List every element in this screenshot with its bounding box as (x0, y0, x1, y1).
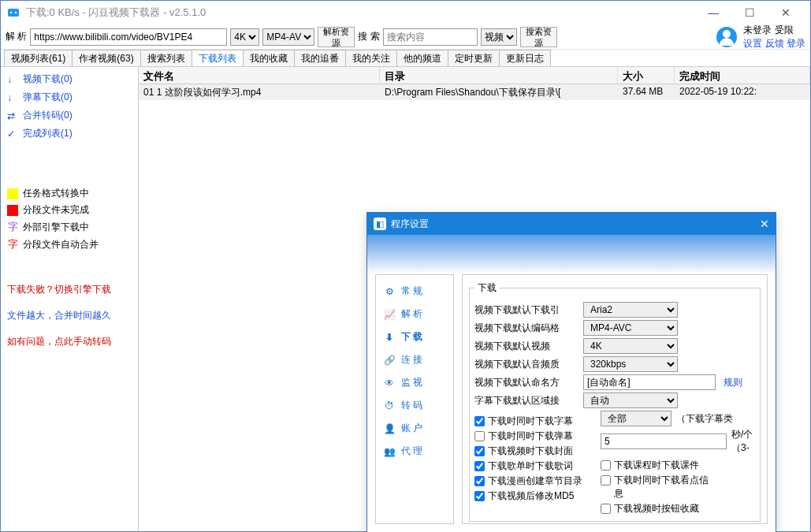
nav-label: 连 接 (401, 353, 422, 366)
checkbox-label: 下载时同时下载字幕 (488, 415, 573, 428)
form-row-1: 视频下载默认编码格MP4-AVC (474, 320, 755, 336)
nav-icon: 👥 (384, 446, 395, 457)
settings-nav-0[interactable]: ⚙常 规 (376, 280, 453, 303)
table-row[interactable]: 01 1 这阶段该如何学习.mp4 D:\Program Files\Shand… (139, 84, 810, 100)
checkbox[interactable] (474, 491, 485, 501)
dialog-titlebar: ◧ 程序设置 ✕ (367, 213, 776, 235)
tab-2[interactable]: 搜索列表 (140, 50, 192, 66)
sidebar-item-2[interactable]: ⇄合并转码(0) (1, 106, 138, 125)
sidebar-item-label: 合并转码(0) (23, 109, 73, 122)
form-select-0[interactable]: Aria2 (583, 302, 678, 318)
sidebar-item-1[interactable]: ↓弹幕下载(0) (1, 88, 138, 106)
maximize-button[interactable]: ☐ (731, 1, 768, 24)
rule-link[interactable]: 规则 (724, 376, 742, 389)
parse-button[interactable]: 解析资 源 (318, 27, 355, 47)
search-button[interactable]: 搜索资 源 (520, 27, 557, 47)
user-links[interactable]: 设置 反馈 登录 (743, 37, 805, 50)
settings-nav-4[interactable]: 👁监 视 (376, 371, 453, 394)
sidebar-item-label: 弹幕下载(0) (23, 91, 73, 104)
checkbox-label: 下载视频后修改MD5 (488, 489, 574, 503)
checkbox-row: 下载时同时下载看点信息 (601, 473, 711, 501)
col-dir[interactable]: 目录 (380, 67, 618, 84)
dialog-close-icon[interactable]: ✕ (760, 218, 769, 230)
subtitle-hint: （下载字幕类 (676, 412, 733, 426)
form-row-5: 字幕下载默认区域接自动 (474, 392, 755, 408)
settings-nav-7[interactable]: 👥代 理 (376, 440, 453, 463)
nav-icon: ⚙ (384, 286, 395, 297)
checkbox-label: 下载课程时下载课件 (614, 459, 699, 472)
nav-label: 监 视 (401, 376, 422, 389)
tab-7[interactable]: 他的频道 (396, 50, 448, 66)
nav-label: 账 户 (401, 422, 422, 435)
app-window: 下载:0 KB/s - 闪豆视频下载器 - v2.5.1.0 — ☐ ✕ 解 析… (0, 0, 811, 532)
checkbox[interactable] (474, 416, 485, 426)
settings-nav-5[interactable]: ⏱转 码 (376, 394, 453, 417)
search-type-select[interactable]: 视频 (481, 28, 517, 46)
col-filename[interactable]: 文件名 (139, 67, 380, 84)
form-select-3[interactable]: 320kbps (583, 356, 678, 372)
checkbox[interactable] (474, 431, 485, 441)
checkbox-label: 下载漫画创建章节目录 (488, 474, 582, 488)
form-row-0: 视频下载默认下载引Aria2 (474, 302, 755, 318)
checkbox[interactable] (601, 475, 611, 485)
checkbox[interactable] (601, 504, 611, 514)
tab-9[interactable]: 更新日志 (499, 50, 551, 66)
tab-6[interactable]: 我的关注 (345, 50, 397, 66)
form-row-2: 视频下载默认视频4K (474, 338, 755, 354)
tab-3[interactable]: 下载列表 (192, 50, 244, 66)
delay-spinner[interactable] (601, 433, 727, 449)
settings-nav-3[interactable]: 🔗连 接 (376, 348, 453, 371)
search-input[interactable] (383, 28, 478, 46)
col-size[interactable]: 大小 (618, 67, 675, 84)
form-label: 字幕下载默认区域接 (474, 394, 578, 407)
group-download-label: 下载 (474, 281, 500, 295)
checkbox[interactable] (474, 476, 485, 486)
format-select[interactable]: MP4-AV (262, 28, 314, 46)
app-icon (7, 6, 20, 19)
checkbox-row: 下载视频时按钮收藏 (601, 501, 711, 516)
table-header: 文件名 目录 大小 完成时间 (139, 67, 810, 84)
sidebar-item-3[interactable]: ✓完成列表(1) (1, 125, 138, 143)
tab-1[interactable]: 作者视频(63) (72, 50, 140, 66)
sidebar-item-label: 视频下载(0) (23, 73, 73, 86)
quality-select[interactable]: 4K (230, 28, 259, 46)
hint-link[interactable]: 如有问题，点此手动转码 (7, 329, 132, 355)
close-button[interactable]: ✕ (768, 1, 804, 24)
dialog-gradient (367, 235, 776, 274)
hint-link[interactable]: 文件越大，合并时间越久 (7, 303, 132, 329)
checkbox[interactable] (601, 460, 611, 471)
sidebar-item-0[interactable]: ↓视频下载(0) (1, 70, 138, 88)
settings-nav-2[interactable]: ⬇下 载 (376, 326, 453, 348)
tab-0[interactable]: 视频列表(61) (4, 50, 73, 66)
hint-link[interactable]: 下载失败？切换引擎下载 (7, 277, 132, 303)
form-select-5[interactable]: 自动 (583, 392, 678, 408)
user-status-block: 未登录 受限 设置 反馈 登录 (743, 24, 805, 50)
url-input[interactable] (30, 28, 227, 46)
col-time[interactable]: 完成时间 (675, 67, 810, 84)
form-select-2[interactable]: 4K (583, 338, 678, 354)
legend-row: 字分段文件自动合并 (7, 236, 132, 253)
checkbox[interactable] (474, 446, 485, 456)
user-status: 未登录 受限 (743, 24, 805, 37)
user-avatar-icon[interactable] (716, 27, 737, 47)
minimize-button[interactable]: — (695, 1, 731, 24)
settings-nav-6[interactable]: 👤账 户 (376, 417, 453, 440)
form-row-3: 视频下载默认音频质320kbps (474, 356, 755, 372)
form-input-4[interactable] (583, 374, 716, 390)
tab-4[interactable]: 我的收藏 (243, 50, 295, 66)
tab-5[interactable]: 我的追番 (294, 50, 346, 66)
tab-8[interactable]: 定时更新 (448, 50, 500, 66)
legend-row: 任务格式转换中 (7, 185, 132, 202)
checkbox-row: 下载漫画创建章节目录 (474, 474, 585, 489)
form-select-1[interactable]: MP4-AVC (583, 320, 678, 336)
checkbox-row: 下载时同时下载字幕 (474, 414, 585, 429)
settings-nav-1[interactable]: 📈解 析 (376, 303, 453, 326)
nav-label: 转 码 (401, 399, 422, 412)
dialog-title: 程序设置 (391, 218, 429, 231)
checkbox[interactable] (474, 461, 485, 471)
subtitle-scope-select[interactable]: 全部 (601, 411, 671, 426)
form-label: 视频下载默认下载引 (474, 303, 578, 317)
sidebar-item-label: 完成列表(1) (23, 127, 73, 140)
hints: 下载失败？切换引擎下载文件越大，合并时间越久如有问题，点此手动转码 (1, 272, 138, 359)
svg-point-2 (15, 12, 17, 13)
